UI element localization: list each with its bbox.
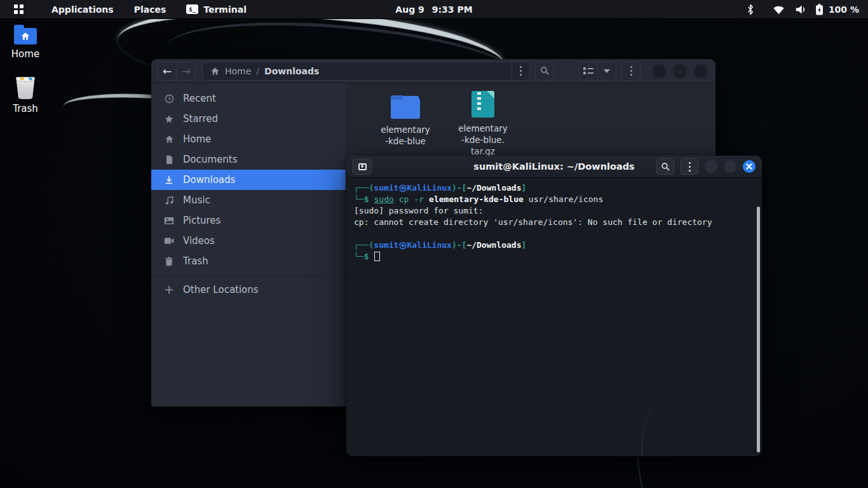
files-sidebar: Recent Starred Home Documents Downloads … [151, 83, 346, 406]
bluetooth-icon[interactable] [747, 4, 754, 15]
file-item-folder[interactable]: elementary -kde-blue [370, 91, 441, 157]
prompt-frame: )-[ [452, 240, 466, 250]
system-tray[interactable]: 100 % [747, 0, 868, 19]
battery-charging-icon[interactable] [815, 4, 824, 15]
command-arg-source: elementary-kde-blue [429, 194, 524, 204]
pathbar-options-button[interactable] [512, 62, 529, 80]
wifi-icon[interactable] [773, 5, 785, 15]
command-sudo: sudo [374, 194, 393, 204]
sidebar-item-recent[interactable]: Recent [151, 88, 346, 109]
prompt-path: ~/Downloads [466, 183, 521, 193]
trash-bin-icon [15, 76, 36, 99]
prompt-at-glyph: ㉿ [398, 240, 407, 250]
terminal-prompt-line: ┌──(sumit㉿KaliLinux)-[~/Downloads] [354, 182, 754, 194]
desktop-icon-label: Trash [13, 103, 38, 114]
terminal-content[interactable]: ┌──(sumit㉿KaliLinux)-[~/Downloads] └─$su… [346, 178, 762, 456]
terminal-headerbar[interactable]: sumit@KaliLinux: ~/Downloads [346, 156, 762, 178]
terminal-command-line: └─$sudocp-relementary-kde-blueusr/share/… [354, 194, 754, 205]
menu-applications-label: Applications [51, 4, 114, 15]
plus-icon [164, 285, 174, 295]
sidebar-item-home[interactable]: Home [151, 129, 346, 149]
command-arg-dest: usr/share/icons [529, 194, 603, 204]
new-tab-button[interactable] [353, 159, 372, 175]
new-tab-icon [358, 163, 367, 170]
battery-percentage: 100 % [829, 4, 859, 15]
menu-button[interactable] [621, 62, 641, 81]
clock-date: Aug 9 [395, 4, 424, 15]
search-icon [540, 66, 550, 76]
terminal-output-password: [sudo] password for sumit: [354, 205, 754, 217]
prompt-path: ~/Downloads [466, 240, 521, 250]
terminal-menu-button[interactable] [681, 158, 698, 175]
view-toggle-button[interactable] [578, 62, 616, 81]
menu-places[interactable]: Places [124, 0, 177, 19]
sidebar-item-label: Music [183, 194, 210, 206]
file-name-line: elementary [458, 123, 507, 135]
sidebar-item-label: Home [183, 133, 211, 145]
kebab-menu-icon [630, 66, 632, 76]
documents-icon [164, 154, 174, 165]
list-view-icon[interactable] [579, 62, 597, 80]
terminal-cursor [374, 252, 380, 261]
back-button[interactable]: ← [158, 62, 177, 81]
home-icon [210, 67, 220, 76]
sidebar-item-trash[interactable]: Trash [151, 251, 346, 271]
minimize-button[interactable] [705, 160, 717, 173]
back-arrow-icon: ← [163, 65, 172, 78]
prompt-user: sumit [374, 183, 398, 193]
clock-time: 9:33 PM [432, 4, 473, 15]
files-headerbar[interactable]: ← → Home / Downloads [151, 59, 715, 83]
close-button[interactable] [694, 64, 708, 78]
terminal-scrollbar[interactable] [757, 207, 760, 452]
sidebar-item-label: Videos [183, 235, 215, 247]
breadcrumb[interactable]: Home / Downloads [203, 66, 512, 76]
maximize-button[interactable] [724, 160, 736, 173]
terminal-title: sumit@KaliLinux: ~/Downloads [473, 161, 634, 172]
path-bar[interactable]: Home / Downloads [202, 62, 530, 81]
clock[interactable]: Aug 9 9:33 PM [395, 4, 472, 15]
breadcrumb-home[interactable]: Home [225, 66, 251, 76]
prompt-frame: └─$ [354, 194, 369, 204]
sidebar-item-pictures[interactable]: Pictures [151, 210, 346, 231]
activities-grid-icon[interactable] [14, 4, 24, 14]
search-button[interactable] [535, 62, 554, 81]
downloads-icon [164, 175, 174, 185]
file-item-archive[interactable]: elementary -kde-blue. tar.gz [447, 91, 519, 157]
sidebar-item-downloads[interactable]: Downloads [151, 170, 346, 190]
prompt-user: sumit [374, 240, 398, 250]
kebab-menu-icon [689, 162, 691, 172]
terminal-app-icon: $_ [186, 4, 198, 14]
forward-arrow-icon: → [181, 65, 190, 78]
maximize-button[interactable] [673, 64, 687, 78]
menu-places-label: Places [134, 4, 166, 15]
sidebar-item-other-locations[interactable]: Other Locations [151, 280, 346, 300]
breadcrumb-current[interactable]: Downloads [264, 66, 319, 76]
volume-icon[interactable] [795, 4, 806, 15]
sidebar-item-videos[interactable]: Videos [151, 231, 346, 251]
desktop-icon-home[interactable]: Home [0, 24, 51, 60]
close-icon [746, 163, 752, 170]
terminal-window: sumit@KaliLinux: ~/Downloads ┌──(sumit㉿K… [346, 156, 762, 456]
close-button[interactable] [743, 160, 756, 173]
prompt-frame: ┌──( [354, 240, 374, 250]
prompt-frame: └─$ [354, 252, 369, 261]
sidebar-item-documents[interactable]: Documents [151, 149, 346, 170]
terminal-input-line: └─$ [354, 251, 754, 262]
prompt-at-glyph: ㉿ [398, 183, 407, 193]
minimize-button[interactable] [652, 64, 666, 78]
view-options-dropdown[interactable] [597, 62, 616, 80]
sidebar-item-starred[interactable]: Starred [151, 109, 346, 129]
pictures-icon [164, 215, 174, 226]
prompt-host: KaliLinux [407, 183, 451, 193]
focused-app-terminal[interactable]: $_ Terminal [176, 0, 257, 19]
command-option: -r [414, 194, 424, 204]
focused-app-label: Terminal [203, 4, 247, 15]
sidebar-item-music[interactable]: Music [151, 190, 346, 210]
forward-button[interactable]: → [177, 62, 196, 81]
terminal-search-button[interactable] [656, 158, 674, 175]
desktop-icon-trash[interactable]: Trash [0, 76, 51, 114]
prompt-host: KaliLinux [407, 240, 451, 250]
tar-archive-icon [471, 91, 494, 118]
menu-applications[interactable]: Applications [41, 0, 124, 19]
home-folder-icon [14, 28, 37, 44]
